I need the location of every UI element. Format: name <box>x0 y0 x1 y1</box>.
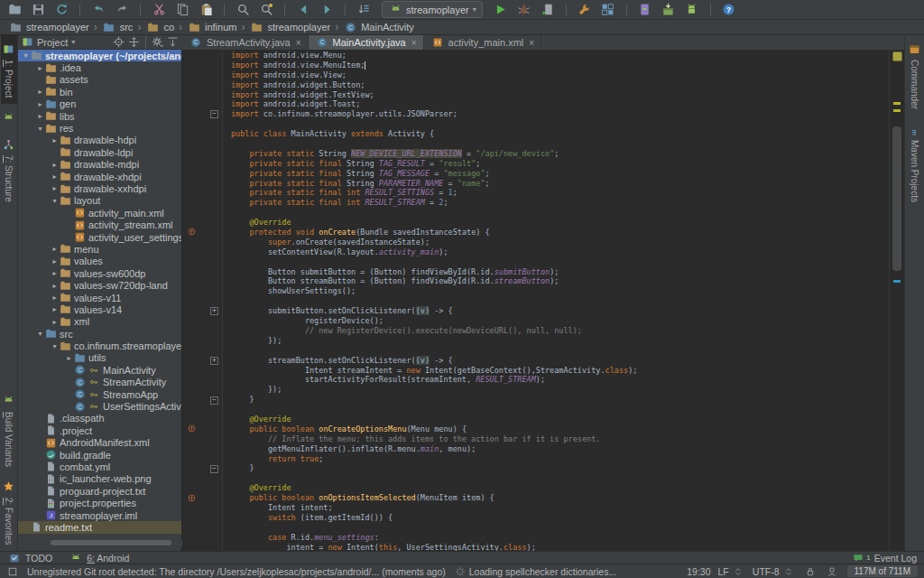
tree-row[interactable]: activity_main.xml <box>18 207 181 219</box>
toolwindow-button-build-variants[interactable]: Build Variants <box>1 387 17 473</box>
tree-arrow-icon[interactable]: ▸ <box>50 282 60 290</box>
fold-collapsed-icon[interactable]: + <box>210 307 218 315</box>
tree-row[interactable]: ▸xml <box>18 316 181 328</box>
robot-icon[interactable] <box>685 3 699 17</box>
inspections-profile-icon[interactable] <box>825 564 839 578</box>
debug-icon[interactable] <box>517 3 531 17</box>
tree-arrow-icon[interactable]: ▾ <box>50 342 60 350</box>
tree-row[interactable]: ▾co.infinum.streamoplayer <box>18 340 181 351</box>
tree-row[interactable]: ▾layout <box>18 195 181 207</box>
tree-row[interactable]: ▾streamoplayer (~/projects/android/ <box>18 50 181 61</box>
back-icon[interactable] <box>296 3 310 17</box>
navigate-icon[interactable] <box>128 36 140 48</box>
wrench-icon[interactable] <box>578 3 592 17</box>
copy-icon[interactable] <box>175 3 189 17</box>
encoding-selector[interactable]: UTF-8 <box>753 564 796 578</box>
toolwindow-button--project[interactable]: 1: Project <box>1 35 17 104</box>
toolwindow-button--structure[interactable]: 7: Structure <box>1 131 17 209</box>
run-configuration-selector[interactable]: streamoplayer▾ <box>382 1 483 18</box>
hideall-icon[interactable] <box>167 36 179 48</box>
find-icon[interactable] <box>236 3 250 17</box>
coverage-icon[interactable] <box>541 3 555 17</box>
tree-row[interactable]: ▸menu <box>18 243 181 255</box>
help-icon[interactable]: ? <box>722 3 736 17</box>
hscrollbar-thumb[interactable] <box>51 540 171 545</box>
tree-arrow-icon[interactable]: ▸ <box>35 100 45 108</box>
tree-row[interactable]: proguard-project.txt <box>18 485 181 497</box>
tree-arrow-icon[interactable]: ▾ <box>21 51 31 60</box>
error-stripe-mark[interactable] <box>893 102 901 105</box>
fwd-icon[interactable] <box>319 3 334 17</box>
tree-row[interactable]: ▸values <box>18 256 181 267</box>
tree-row[interactable]: readme.txt <box>18 521 181 533</box>
breadcrumb-item[interactable]: streamoplayer <box>246 20 333 34</box>
line-separator-selector[interactable]: LF <box>718 564 745 578</box>
cut-icon[interactable] <box>152 3 166 17</box>
tree-row[interactable]: activity_stream.xml <box>18 219 181 230</box>
tree-row[interactable]: activity_user_settings.xml <box>18 231 181 243</box>
tree-arrow-icon[interactable]: ▸ <box>50 184 60 192</box>
run-icon[interactable] <box>494 3 508 17</box>
undo-icon[interactable] <box>91 3 106 17</box>
breadcrumb-item[interactable]: infinum <box>184 20 239 34</box>
editor-tab-streamactivity-java[interactable]: CStreamActivity.java× <box>182 35 309 50</box>
paste-icon[interactable] <box>199 3 213 17</box>
toolwindow-button-maven-projects[interactable]: mMaven Projects <box>907 116 923 209</box>
tree-arrow-icon[interactable]: ▾ <box>50 197 60 205</box>
scrollbar-thumb[interactable] <box>892 126 901 271</box>
tree-row[interactable]: .project <box>18 424 181 436</box>
breadcrumb-item[interactable]: streamoplayer <box>5 20 92 34</box>
error-stripe-mark[interactable] <box>893 109 901 112</box>
project-tree[interactable]: ▾streamoplayer (~/projects/android/▸.ide… <box>18 50 182 551</box>
close-icon[interactable]: × <box>529 38 534 48</box>
tree-row[interactable]: drawable-ldpi <box>18 146 181 158</box>
tree-row[interactable]: .classpath <box>18 413 181 424</box>
tree-arrow-icon[interactable]: ▸ <box>50 257 60 266</box>
tree-arrow-icon[interactable]: ▸ <box>50 245 60 253</box>
tree-arrow-icon[interactable]: ▸ <box>50 136 60 144</box>
editor-tab-mainactivity-java[interactable]: CMainActivity.java× <box>309 35 424 50</box>
overriding-method-gutter-icon[interactable] <box>188 494 196 502</box>
lock-icon[interactable] <box>803 564 818 578</box>
tree-row[interactable]: ▸drawable-mdpi <box>18 159 181 171</box>
fold-collapsed-icon[interactable]: + <box>210 357 218 365</box>
lastedit-icon[interactable] <box>356 3 371 17</box>
tree-row[interactable]: assets <box>18 74 181 86</box>
tree-row[interactable]: ▸drawable-xxhdpi <box>18 182 181 194</box>
tree-row[interactable]: combat.yml <box>18 461 181 472</box>
tree-row[interactable]: ▸values-v11 <box>18 292 181 303</box>
breadcrumb-item[interactable]: co <box>143 20 177 34</box>
tree-arrow-icon[interactable]: ▸ <box>50 269 60 277</box>
editor-code-area[interactable]: import android.view.Menu;import android.… <box>222 51 890 551</box>
tree-arrow-icon[interactable]: ▸ <box>35 64 45 72</box>
close-icon[interactable]: × <box>296 38 301 48</box>
editor-scrollbar-stripe[interactable] <box>889 50 904 551</box>
tree-row[interactable]: ic_launcher-web.png <box>18 473 181 485</box>
error-stripe-mark[interactable] <box>893 280 901 283</box>
open-icon[interactable] <box>7 3 22 17</box>
breadcrumb-item[interactable]: CMainActivity <box>340 20 417 34</box>
breadcrumb-item[interactable]: src <box>99 20 136 34</box>
tree-row[interactable]: AndroidManifest.xml <box>18 437 181 449</box>
tree-row[interactable]: ▸bin <box>18 86 181 98</box>
tree-row[interactable]: ▸libs <box>18 110 181 122</box>
tree-row[interactable]: ▸.idea <box>18 61 181 73</box>
tree-row[interactable]: ▸values-sw720dp-land <box>18 279 181 291</box>
fold-marker-icon[interactable]: − <box>210 396 218 405</box>
tree-row[interactable]: CUserSettingsActivity <box>18 400 181 412</box>
sdk-icon[interactable] <box>661 3 676 17</box>
tree-row[interactable]: ▸values-v14 <box>18 303 181 315</box>
close-icon[interactable]: × <box>411 38 417 48</box>
tree-arrow-icon[interactable]: ▸ <box>64 354 74 362</box>
tree-arrow-icon[interactable]: ▸ <box>50 305 60 313</box>
toolwindow-toggle-icon[interactable] <box>5 564 20 578</box>
redo-icon[interactable] <box>115 3 129 17</box>
memory-indicator[interactable]: 117M of 711M <box>846 564 919 578</box>
tree-row[interactable]: ▾src <box>18 328 181 340</box>
fold-marker-icon[interactable]: − <box>210 465 218 473</box>
fold-marker-icon[interactable]: − <box>210 110 218 118</box>
tree-row[interactable]: ▸drawable-hdpi <box>18 135 181 146</box>
project-tree-hscrollbar[interactable] <box>18 539 182 546</box>
toolwindow-button--favorites[interactable]: 2: Favorites <box>1 473 17 551</box>
tree-arrow-icon[interactable]: ▸ <box>35 88 45 96</box>
